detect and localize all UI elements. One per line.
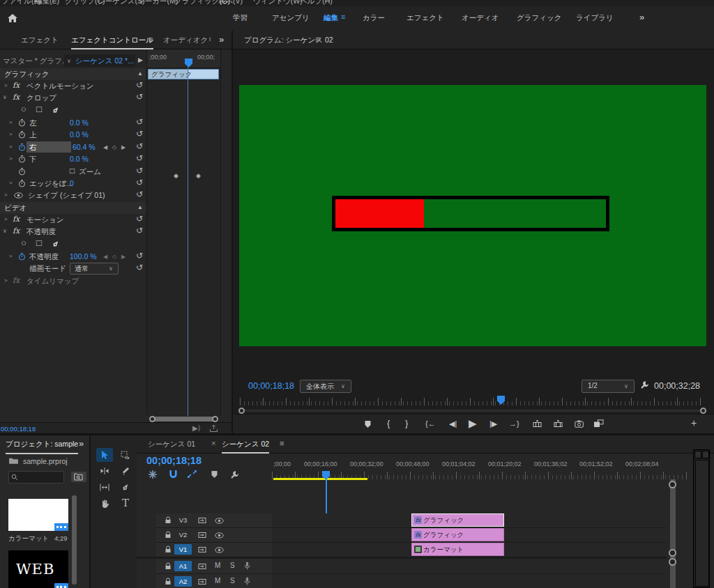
panel-overflow-icon[interactable]: » (219, 34, 224, 45)
track-a1-body[interactable] (272, 559, 667, 574)
ec-crop-top-value[interactable]: 0.0 % (70, 130, 89, 139)
track-label-v1[interactable]: V1 (174, 544, 192, 555)
timeline-marker-icon[interactable] (211, 470, 218, 479)
workspace-tab-effects[interactable]: エフェクト (407, 13, 444, 23)
zoom-handle-audio[interactable] (669, 558, 676, 566)
razor-tool[interactable] (117, 464, 134, 478)
chevron-right-icon[interactable]: > (4, 277, 8, 284)
ec-crop-feather-label[interactable]: エッジをぼ... (29, 179, 73, 189)
program-scrub-ruler[interactable] (240, 394, 704, 405)
work-area-bar[interactable] (273, 478, 367, 480)
scrollbar-thumb[interactable] (695, 460, 709, 587)
ec-crop-right-value[interactable]: 60.4 % (73, 143, 96, 151)
reset-icon[interactable]: ↺ (136, 129, 143, 139)
program-current-timecode[interactable]: 00;00;18;18 (248, 381, 294, 391)
lock-icon[interactable] (165, 562, 172, 570)
reset-icon[interactable]: ↺ (136, 263, 143, 272)
sync-lock-icon[interactable] (198, 578, 206, 585)
menu-view[interactable]: 表示(V) (218, 0, 243, 6)
program-resolution-select[interactable]: 1/2 ∨ (582, 380, 635, 393)
zoom-handle-video[interactable] (669, 549, 676, 557)
filmstrip-badge-icon[interactable] (54, 583, 68, 588)
workspace-overflow-icon[interactable]: » (639, 12, 644, 22)
next-keyframe-icon[interactable]: ▶ (121, 144, 128, 150)
lock-icon[interactable] (165, 516, 172, 524)
timeline-v-scrollbar[interactable] (693, 449, 710, 588)
stopwatch-icon[interactable] (18, 167, 26, 176)
add-marker-icon[interactable] (364, 420, 372, 428)
sync-lock-icon[interactable] (198, 517, 206, 524)
ec-footer-timecode[interactable]: 00;00;18;18 (1, 425, 36, 433)
type-tool[interactable]: T (117, 496, 134, 510)
chevron-right-icon[interactable]: > (9, 180, 13, 186)
extract-icon[interactable] (554, 419, 563, 428)
scrollbar-box-2[interactable] (702, 451, 709, 458)
ec-clip-bar[interactable]: グラフィック (148, 69, 219, 79)
program-fit-select[interactable]: 全体表示 ∨ (300, 380, 351, 393)
export-frame-camera-icon[interactable] (575, 420, 584, 428)
collapse-icon[interactable]: ▲ (137, 70, 143, 77)
reset-icon[interactable]: ↺ (136, 189, 143, 199)
track-a2-body[interactable] (272, 574, 667, 588)
play-around-icon[interactable]: ▶⟩ (192, 424, 201, 432)
eye-icon[interactable] (215, 532, 224, 539)
project-search-input[interactable] (8, 471, 64, 483)
sync-lock-icon[interactable] (198, 563, 206, 570)
menu-marker[interactable]: マーカー(M) (137, 0, 178, 6)
track-height-scrollbar[interactable] (670, 479, 676, 588)
solo-button[interactable]: S (230, 577, 235, 585)
sync-lock-icon[interactable] (198, 546, 206, 553)
program-tab[interactable]: プログラム: シーケンス 02 (244, 36, 333, 45)
ec-crop-bottom-value[interactable]: 0.0 % (70, 155, 89, 163)
hand-tool[interactable] (96, 496, 113, 510)
mark-out-icon[interactable]: } (405, 418, 408, 428)
prev-keyframe-icon[interactable]: ◀ (103, 254, 110, 260)
track-label-a1[interactable]: A1 (174, 561, 192, 571)
track-select-forward-tool[interactable] (117, 448, 134, 462)
next-keyframe-icon[interactable]: ▶ (121, 254, 128, 260)
clip-colormat-v1[interactable]: カラーマット (411, 543, 504, 556)
ec-video-section[interactable]: ビデオ ▲ (0, 202, 146, 214)
tab-effects[interactable]: エフェクト (21, 36, 59, 45)
reset-icon[interactable]: ↺ (136, 141, 143, 151)
timeline-tab-seq01[interactable]: シーケンス 01 (148, 440, 195, 449)
tab-audio-clip-mixer[interactable]: オーディオクリ (163, 36, 211, 45)
chevron-right-icon[interactable]: > (4, 216, 8, 222)
add-keyframe-icon[interactable]: ◇ (112, 144, 119, 150)
zoom-checkbox-icon[interactable]: □ (70, 166, 75, 176)
stopwatch-icon[interactable] (18, 118, 26, 127)
mute-button[interactable]: M (215, 577, 220, 585)
mute-button[interactable]: M (215, 562, 220, 569)
ec-crop-left-label[interactable]: 左 (29, 118, 37, 128)
pen-tool[interactable] (117, 480, 134, 494)
ec-crop-feather-value[interactable]: 0 (70, 179, 74, 187)
ec-opacity-value[interactable]: 100.0 % (70, 252, 97, 261)
eye-icon[interactable] (14, 192, 23, 199)
ec-opacity-group-label[interactable]: 不透明度 (26, 227, 56, 237)
chevron-right-icon[interactable]: > (4, 82, 8, 88)
reset-icon[interactable]: ↺ (136, 178, 143, 187)
program-scroll-track[interactable] (243, 410, 703, 412)
solo-button[interactable]: S (230, 562, 235, 569)
rect-mask-icon[interactable]: □ (36, 238, 42, 248)
eye-icon[interactable] (215, 518, 224, 524)
program-settings-wrench-icon[interactable] (640, 380, 649, 389)
timeline-ruler[interactable]: ;00;00 00;00;16;00 00;00;32;00 00;00;48;… (272, 454, 687, 481)
program-panel-menu-icon[interactable]: ≡ (315, 35, 319, 43)
nest-toggle-icon[interactable] (148, 470, 158, 479)
timeline-panel-menu-icon[interactable]: ≡ (280, 439, 284, 447)
ec-playhead-head[interactable] (185, 59, 192, 68)
reset-icon[interactable]: ↺ (136, 214, 143, 224)
slip-tool[interactable] (96, 480, 113, 494)
rect-mask-icon[interactable]: □ (36, 104, 42, 114)
menu-help[interactable]: ヘルプ(H) (300, 0, 333, 6)
keyframe-diamond-icon[interactable]: ◆ (196, 172, 201, 179)
workspace-tab-libraries[interactable]: ライブラリ (576, 13, 614, 23)
track-v3-body[interactable]: fx グラフィック (272, 513, 667, 528)
chevron-right-icon[interactable]: > (9, 155, 13, 162)
goto-in-icon[interactable]: {← (425, 419, 436, 428)
workspace-tab-edit-menu-icon[interactable]: ≡ (341, 13, 345, 21)
chevron-right-icon[interactable]: > (4, 192, 8, 198)
track-v2-body[interactable]: fx グラフィック (272, 528, 667, 543)
effect-controls-panel-menu-icon[interactable]: ≡ (149, 35, 153, 43)
